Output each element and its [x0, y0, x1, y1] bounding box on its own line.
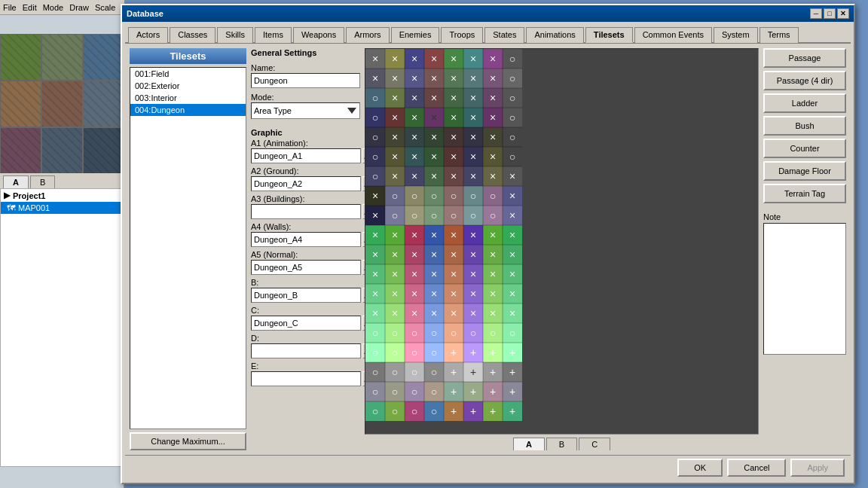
- a2-input[interactable]: [251, 176, 361, 191]
- tileset-item-empty-8[interactable]: [130, 200, 246, 212]
- menu-scale[interactable]: Scale: [95, 3, 116, 12]
- svg-text:×: ×: [470, 249, 476, 261]
- menu-draw[interactable]: Draw: [69, 3, 89, 12]
- tileset-item-002[interactable]: 002:Exterior: [130, 80, 246, 92]
- svg-text:○: ○: [431, 327, 437, 339]
- svg-text:○: ○: [392, 366, 398, 378]
- tileset-item-empty-1[interactable]: [130, 116, 246, 128]
- tab-common-events[interactable]: Common Events: [634, 27, 712, 43]
- svg-text:○: ○: [411, 366, 417, 378]
- tileset-item-001[interactable]: 001:Field: [130, 68, 246, 80]
- tileset-item-empty-7[interactable]: [130, 188, 246, 200]
- preview-tab-b[interactable]: B: [546, 438, 577, 450]
- tileset-item-empty-4[interactable]: [130, 152, 246, 164]
- svg-text:×: ×: [431, 288, 437, 300]
- minimize-button[interactable]: ─: [810, 8, 822, 19]
- d-input[interactable]: [251, 343, 361, 358]
- close-button[interactable]: ✕: [837, 8, 849, 19]
- svg-text:×: ×: [509, 268, 515, 280]
- tileset-item-empty-9[interactable]: [130, 212, 246, 224]
- a5-input[interactable]: [251, 260, 361, 275]
- tileset-item-empty-14[interactable]: [130, 273, 246, 285]
- a3-label: A3 (Buildings):: [251, 194, 360, 203]
- tab-classes[interactable]: Classes: [170, 27, 215, 43]
- svg-text:×: ×: [470, 268, 476, 280]
- map-item[interactable]: 🗺 MAP001: [1, 202, 124, 214]
- passage-button[interactable]: Passage: [763, 48, 846, 68]
- svg-text:○: ○: [411, 346, 417, 358]
- svg-text:○: ○: [451, 327, 457, 339]
- tab-items[interactable]: Items: [255, 27, 292, 43]
- svg-text:×: ×: [392, 288, 398, 300]
- terrain-tag-button[interactable]: Terrain Tag: [763, 184, 846, 203]
- tab-armors[interactable]: Armors: [346, 27, 389, 43]
- tileset-preview-container[interactable]: × × × × × × × ○ × × × ×: [365, 48, 759, 435]
- tileset-item-empty-10[interactable]: [130, 224, 246, 236]
- a3-input[interactable]: [251, 204, 361, 219]
- menu-mode[interactable]: Mode: [43, 3, 64, 12]
- tab-enemies[interactable]: Enemies: [391, 27, 440, 43]
- svg-text:○: ○: [392, 405, 398, 417]
- map-name: MAP001: [18, 203, 50, 212]
- passage-4dir-button[interactable]: Passage (4 dir): [763, 71, 846, 90]
- maximize-button[interactable]: □: [824, 8, 836, 19]
- a1-label: A1 (Animation):: [251, 139, 360, 148]
- tileset-item-empty-2[interactable]: [130, 128, 246, 140]
- tileset-item-empty-5[interactable]: [130, 164, 246, 176]
- svg-text:×: ×: [411, 288, 417, 300]
- tileset-item-empty-12[interactable]: [130, 249, 246, 261]
- e-row: …: [251, 371, 360, 386]
- menu-file[interactable]: File: [3, 3, 17, 12]
- tileset-item-003[interactable]: 003:Interior: [130, 92, 246, 104]
- cancel-button[interactable]: Cancel: [727, 459, 786, 477]
- b-input[interactable]: [251, 288, 361, 303]
- tileset-item-empty-13[interactable]: [130, 261, 246, 273]
- svg-text:○: ○: [411, 209, 417, 221]
- preview-tab-a[interactable]: A: [513, 438, 545, 450]
- tab-actors[interactable]: Actors: [128, 27, 168, 43]
- ok-button[interactable]: OK: [677, 459, 723, 477]
- tileset-item-empty-11[interactable]: [130, 236, 246, 249]
- tab-states[interactable]: States: [484, 27, 524, 43]
- tab-terms[interactable]: Terms: [760, 27, 799, 43]
- note-textarea[interactable]: [763, 223, 846, 355]
- svg-text:×: ×: [372, 229, 378, 241]
- tab-troops[interactable]: Troops: [441, 27, 483, 43]
- svg-text:○: ○: [372, 386, 378, 398]
- map-tab-b[interactable]: B: [30, 175, 55, 188]
- map-tab-a[interactable]: A: [3, 175, 29, 188]
- c-input[interactable]: [251, 316, 361, 331]
- tileset-item-empty-6[interactable]: [130, 176, 246, 188]
- e-input[interactable]: [251, 371, 361, 386]
- change-max-button[interactable]: Change Maximum...: [130, 432, 246, 450]
- menu-edit[interactable]: Edit: [23, 3, 37, 12]
- bush-button[interactable]: Bush: [763, 116, 846, 136]
- apply-button[interactable]: Apply: [790, 459, 845, 477]
- svg-text:○: ○: [372, 170, 378, 182]
- tileset-item-empty-16[interactable]: [130, 297, 246, 309]
- tileset-item-empty-15[interactable]: [130, 285, 246, 297]
- tab-skills[interactable]: Skills: [217, 27, 253, 43]
- svg-text:○: ○: [470, 190, 476, 202]
- svg-text:+: +: [470, 405, 476, 417]
- tileset-item-empty-3[interactable]: [130, 140, 246, 152]
- thumb-2: [41, 34, 83, 81]
- name-input[interactable]: [251, 73, 360, 88]
- tab-weapons[interactable]: Weapons: [293, 27, 344, 43]
- preview-tab-c[interactable]: C: [579, 438, 610, 450]
- svg-text:×: ×: [490, 268, 496, 280]
- damage-floor-button[interactable]: Damage Floor: [763, 161, 846, 181]
- tab-animations[interactable]: Animations: [526, 27, 583, 43]
- tab-tilesets[interactable]: Tilesets: [585, 27, 633, 43]
- counter-button[interactable]: Counter: [763, 139, 846, 158]
- a4-input[interactable]: [251, 232, 361, 247]
- ladder-button[interactable]: Ladder: [763, 93, 846, 113]
- tab-system[interactable]: System: [714, 27, 758, 43]
- svg-text:×: ×: [411, 111, 417, 124]
- mode-select[interactable]: World Map Area Type VX Compatibility: [251, 102, 360, 119]
- tileset-list[interactable]: 001:Field 002:Exterior 003:Interior 004:…: [130, 67, 246, 429]
- tileset-preview-scroll[interactable]: × × × × × × × ○ × × × ×: [365, 49, 758, 434]
- b-row: …: [251, 288, 360, 303]
- a1-input[interactable]: [251, 148, 361, 163]
- tileset-item-004[interactable]: 004:Dungeon: [130, 104, 246, 116]
